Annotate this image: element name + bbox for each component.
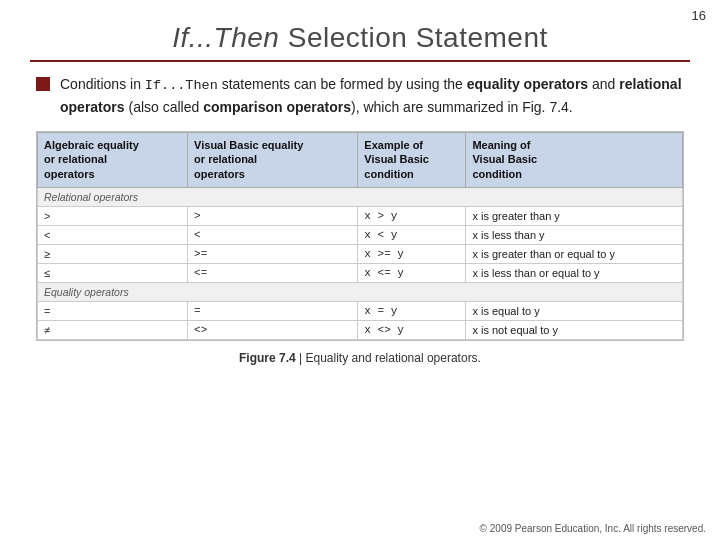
- cell-meaning: x is less than y: [466, 226, 683, 245]
- section-relational-label: Relational operators: [38, 188, 683, 207]
- figure-label: Figure 7.4: [239, 351, 296, 365]
- table-row: < < x < y x is less than y: [38, 226, 683, 245]
- cell-algebraic: ≤: [38, 264, 188, 283]
- section-equality: Equality operators: [38, 283, 683, 302]
- cell-algebraic: ≠: [38, 321, 188, 340]
- figure-caption: Figure 7.4 | Equality and relational ope…: [36, 351, 684, 365]
- figure-sep: |: [296, 351, 306, 365]
- cell-algebraic: ≥: [38, 245, 188, 264]
- table-row: ≠ <> x <> y x is not equal to y: [38, 321, 683, 340]
- cell-vb-op: >: [188, 207, 358, 226]
- bullet-marker: [36, 77, 50, 91]
- col-header-vb: Visual Basic equalityor relationaloperat…: [188, 132, 358, 188]
- cell-meaning: x is less than or equal to y: [466, 264, 683, 283]
- operators-table-wrapper: Algebraic equalityor relationaloperators…: [36, 131, 684, 342]
- title-rest: Selection Statement: [279, 22, 547, 53]
- table-row: = = x = y x is equal to y: [38, 302, 683, 321]
- cell-vb-op: <: [188, 226, 358, 245]
- col-header-example: Example ofVisual Basiccondition: [358, 132, 466, 188]
- bullet-text: Conditions in If...Then statements can b…: [60, 74, 684, 119]
- cell-example: x = y: [358, 302, 466, 321]
- cell-meaning: x is greater than y: [466, 207, 683, 226]
- cell-algebraic: <: [38, 226, 188, 245]
- table-row: ≤ <= x <= y x is less than or equal to y: [38, 264, 683, 283]
- cell-algebraic: >: [38, 207, 188, 226]
- slide-title: If...Then Selection Statement: [0, 0, 720, 60]
- title-divider: [30, 60, 690, 62]
- figure-desc: Equality and relational operators.: [306, 351, 481, 365]
- cell-example: x <> y: [358, 321, 466, 340]
- table-row: > > x > y x is greater than y: [38, 207, 683, 226]
- table-row: ≥ >= x >= y x is greater than or equal t…: [38, 245, 683, 264]
- operators-table: Algebraic equalityor relationaloperators…: [37, 132, 683, 341]
- col-header-algebraic: Algebraic equalityor relationaloperators: [38, 132, 188, 188]
- section-equality-label: Equality operators: [38, 283, 683, 302]
- cell-vb-op: =: [188, 302, 358, 321]
- cell-example: x > y: [358, 207, 466, 226]
- copyright-text: © 2009 Pearson Education, Inc. All right…: [480, 523, 706, 534]
- title-code: If...Then: [172, 22, 279, 53]
- cell-vb-op: <=: [188, 264, 358, 283]
- cell-example: x >= y: [358, 245, 466, 264]
- cell-meaning: x is greater than or equal to y: [466, 245, 683, 264]
- cell-vb-op: <>: [188, 321, 358, 340]
- cell-algebraic: =: [38, 302, 188, 321]
- cell-example: x <= y: [358, 264, 466, 283]
- cell-meaning: x is not equal to y: [466, 321, 683, 340]
- cell-meaning: x is equal to y: [466, 302, 683, 321]
- col-header-meaning: Meaning ofVisual Basiccondition: [466, 132, 683, 188]
- section-relational: Relational operators: [38, 188, 683, 207]
- cell-example: x < y: [358, 226, 466, 245]
- page-number: 16: [692, 8, 706, 23]
- cell-vb-op: >=: [188, 245, 358, 264]
